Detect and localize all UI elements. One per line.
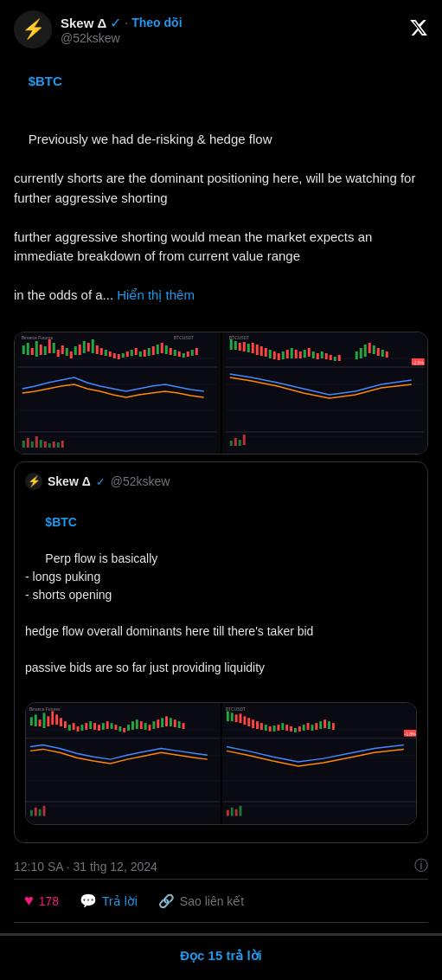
svg-rect-49 xyxy=(35,436,38,448)
svg-rect-171 xyxy=(264,725,266,731)
svg-rect-150 xyxy=(30,810,33,816)
svg-rect-14 xyxy=(61,345,64,354)
svg-rect-179 xyxy=(298,726,300,732)
svg-rect-15 xyxy=(66,348,68,356)
svg-rect-148 xyxy=(178,721,181,728)
svg-text:Binance Futures: Binance Futures xyxy=(29,707,61,712)
svg-rect-180 xyxy=(302,725,304,731)
x-logo-icon[interactable] xyxy=(409,18,428,42)
verified-badge: ✓ xyxy=(110,15,121,31)
svg-rect-0 xyxy=(18,332,217,454)
user-info: Skew Δ ✓ · Theo dõi @52kskew xyxy=(61,15,183,45)
quoted-tweet[interactable]: ⚡ Skew Δ ✓ @52kskew $BTC Perp flow is ba… xyxy=(14,461,428,843)
link-icon: 🔗 xyxy=(158,893,175,909)
svg-rect-133 xyxy=(114,725,117,730)
svg-rect-6 xyxy=(27,343,29,355)
svg-rect-54 xyxy=(57,442,60,448)
svg-rect-119 xyxy=(55,714,58,725)
svg-rect-114 xyxy=(35,714,37,726)
quoted-chart-1[interactable]: Binance Futures xyxy=(26,703,221,824)
svg-rect-27 xyxy=(118,354,120,359)
reply-label: Trả lời xyxy=(102,894,138,908)
svg-rect-145 xyxy=(165,716,168,726)
svg-rect-118 xyxy=(51,711,54,725)
svg-rect-137 xyxy=(131,721,134,730)
main-tweet-charts: Binance Futures BTCUSDT xyxy=(14,332,428,455)
svg-rect-13 xyxy=(57,350,60,357)
reply-button[interactable]: 💬 Trả lời xyxy=(69,887,148,914)
svg-rect-84 xyxy=(311,351,314,358)
svg-rect-88 xyxy=(329,355,331,360)
heart-icon: ♥ xyxy=(24,892,34,910)
svg-rect-169 xyxy=(256,721,259,729)
svg-rect-41 xyxy=(178,351,181,357)
svg-rect-139 xyxy=(140,721,143,729)
chart-image-2[interactable]: BTCUSDT -2.5% xyxy=(222,332,428,454)
svg-rect-46 xyxy=(22,441,25,448)
quoted-avatar: ⚡ xyxy=(25,473,42,490)
chart-image-1[interactable]: Binance Futures BTCUSDT xyxy=(15,332,221,454)
svg-rect-80 xyxy=(294,350,297,358)
btc-tag[interactable]: $BTC xyxy=(29,74,62,88)
svg-rect-183 xyxy=(315,723,317,730)
svg-rect-165 xyxy=(239,713,241,723)
svg-rect-177 xyxy=(290,726,292,732)
svg-rect-134 xyxy=(119,726,121,732)
svg-rect-101 xyxy=(238,440,240,446)
quoted-tweet-header: ⚡ Skew Δ ✓ @52kskew xyxy=(25,473,417,490)
svg-rect-100 xyxy=(234,438,236,446)
avatar[interactable]: ⚡ xyxy=(14,10,52,48)
user-name[interactable]: Skew Δ xyxy=(61,16,106,30)
svg-rect-30 xyxy=(131,350,133,356)
quoted-tweet-text: $BTC Perp flow is basically - longs puki… xyxy=(25,495,417,695)
svg-rect-93 xyxy=(363,345,366,357)
svg-rect-191 xyxy=(239,806,241,816)
svg-rect-187 xyxy=(331,723,334,730)
quoted-chart-2[interactable]: BTCUSDT -1.8% xyxy=(222,703,417,824)
svg-rect-113 xyxy=(30,717,33,725)
svg-rect-151 xyxy=(35,808,37,816)
svg-rect-9 xyxy=(40,345,42,355)
svg-rect-115 xyxy=(39,719,42,726)
svg-rect-5 xyxy=(22,345,25,354)
svg-rect-125 xyxy=(80,725,83,731)
quoted-avatar-icon: ⚡ xyxy=(28,475,41,487)
user-handle[interactable]: @52kskew xyxy=(61,31,183,45)
svg-rect-149 xyxy=(183,723,185,729)
like-button[interactable]: ♥ 178 xyxy=(14,887,69,915)
svg-rect-141 xyxy=(149,725,151,731)
view-replies-button[interactable]: Đọc 15 trả lời xyxy=(0,935,442,976)
svg-rect-75 xyxy=(272,351,275,359)
svg-text:BTCUSDT: BTCUSDT xyxy=(225,707,245,712)
quoted-user-name: Skew Δ xyxy=(48,474,91,488)
svg-rect-34 xyxy=(148,348,151,356)
svg-rect-144 xyxy=(161,718,163,727)
svg-rect-87 xyxy=(324,353,327,359)
svg-rect-10 xyxy=(44,346,47,355)
quoted-tweet-charts: Binance Futures xyxy=(25,702,417,825)
svg-rect-97 xyxy=(381,350,383,357)
svg-rect-21 xyxy=(92,339,94,353)
svg-rect-122 xyxy=(68,725,71,731)
tweet-footer: 12:10 SA · 31 thg 12, 2024 ⓘ xyxy=(14,852,428,875)
svg-rect-78 xyxy=(285,350,288,358)
svg-rect-138 xyxy=(136,719,138,729)
show-more-link[interactable]: Hiển thị thêm xyxy=(117,287,195,302)
follow-button[interactable]: Theo dõi xyxy=(131,16,182,29)
svg-rect-48 xyxy=(31,442,34,448)
svg-rect-81 xyxy=(298,351,301,358)
svg-rect-47 xyxy=(27,438,29,448)
like-count: 178 xyxy=(39,894,59,908)
svg-rect-12 xyxy=(53,343,55,353)
info-icon[interactable]: ⓘ xyxy=(414,857,428,875)
svg-rect-120 xyxy=(60,718,62,726)
svg-rect-33 xyxy=(144,350,146,357)
svg-rect-168 xyxy=(252,719,254,728)
share-button[interactable]: 🔗 Sao liên kết xyxy=(148,888,254,914)
svg-rect-162 xyxy=(226,711,228,721)
svg-rect-143 xyxy=(157,719,159,728)
svg-rect-99 xyxy=(229,441,232,446)
svg-rect-136 xyxy=(127,725,130,731)
dot-separator: · xyxy=(125,16,128,29)
svg-rect-52 xyxy=(48,443,51,448)
